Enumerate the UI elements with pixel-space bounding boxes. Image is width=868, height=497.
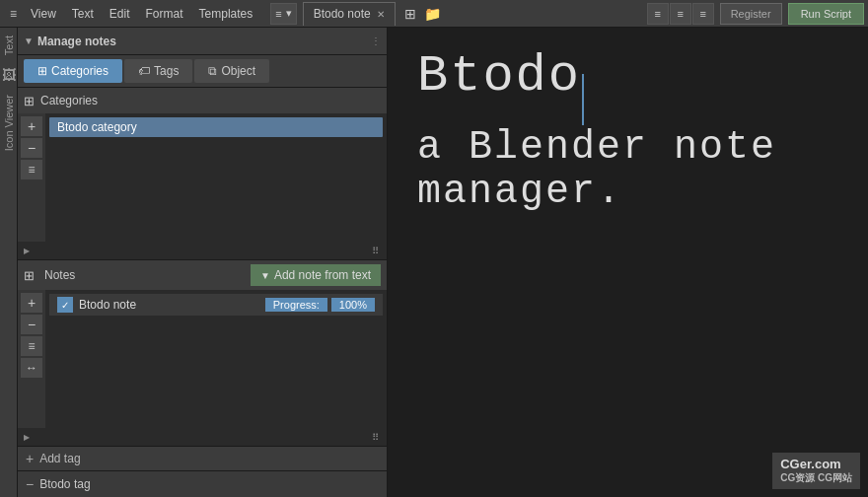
categories-section-header: ⊞ Categories [18,88,387,113]
notes-arrows-icon[interactable]: ↔ [21,358,42,378]
category-item-label: Btodo category [57,120,137,134]
panel-tab-row: ⊞ Categories 🏷 Tags ⧉ Object [18,55,387,88]
format-icons: ≡ ≡ ≡ [647,3,714,25]
notes-remove-button[interactable]: − [21,315,42,334]
categories-options-button[interactable]: ≡ [21,160,42,179]
editor-selector[interactable]: ≡ ▾ [270,3,296,25]
format-icon-1[interactable]: ≡ [647,3,669,25]
text-cursor [582,74,584,125]
run-script-button[interactable]: Run Script [788,3,864,25]
notes-list-icon[interactable]: ≡ [21,336,42,356]
object-tab-label: Object [221,64,255,78]
notes-list-area: + − ≡ ↔ ✓ Btodo note Progress: 100% [18,290,387,428]
categories-list-footer: ▶ ⠿ [18,242,387,259]
categories-section-icon: ⊞ [24,94,35,108]
watermark-line1: CGer.com [780,457,852,471]
add-note-label: Add note from text [274,268,371,282]
watermark: CGer.com CG资源 CG网站 [772,453,860,489]
tab-close-icon[interactable]: ✕ [377,9,385,20]
notes-list[interactable]: ✓ Btodo note Progress: 100% [45,290,387,428]
panel-options-icon[interactable]: ⋮ [371,36,381,46]
side-label-column: Text 🖼 Icon Viewer [0,28,18,497]
left-panel: ▼ Manage notes ⋮ ⊞ Categories 🏷 Tags ⧉ O… [18,28,388,497]
note-checkbox[interactable]: ✓ [57,297,73,313]
tab-categories[interactable]: ⊞ Categories [24,59,122,83]
icon-viewer-label: Icon Viewer [3,87,15,159]
list-item[interactable]: Btodo category [49,117,383,137]
text-editor-content: Btodo a Blender note manager. [388,28,868,497]
text-label: Text [3,28,15,63]
checkbox-check-icon: ✓ [61,300,69,311]
format-icon-3[interactable]: ≡ [692,3,714,25]
side-icon-viewer: 🖼 [2,67,16,83]
right-panel[interactable]: Btodo a Blender note manager. CGer.com C… [388,28,868,497]
notes-section-title: Notes [44,268,75,282]
menu-templates[interactable]: Templates [191,2,261,26]
object-tab-icon: ⧉ [208,64,217,78]
notes-footer-handle-icon[interactable]: ⠿ [372,432,381,443]
menu-format[interactable]: Format [138,2,191,26]
panel-header: ▼ Manage notes ⋮ [18,28,387,55]
categories-side-buttons: + − ≡ [18,113,45,242]
panel-collapse-icon[interactable]: ▼ [24,36,34,46]
add-note-from-text-button[interactable]: ▼ Add note from text [251,264,381,286]
notes-list-footer: ▶ ⠿ [18,428,387,446]
tab-object[interactable]: ⧉ Object [194,59,269,83]
tab-open-icon[interactable]: 📁 [421,4,444,24]
btodo-tag-minus-icon[interactable]: − [26,476,34,492]
add-tag-label: Add tag [39,452,80,465]
tab-new-icon[interactable]: ⊞ [401,4,419,24]
active-tab[interactable]: Btodo note ✕ [303,2,396,26]
categories-tab-icon: ⊞ [37,64,47,78]
menu-text[interactable]: Text [64,2,102,26]
editor-title-line: Btodo [417,47,838,125]
progress-label: Progress: [265,298,327,312]
register-button[interactable]: Register [720,3,782,25]
menu-view[interactable]: View [23,2,64,26]
categories-add-button[interactable]: + [21,116,42,136]
notes-add-button[interactable]: + [21,293,42,313]
notes-side-buttons: + − ≡ ↔ [18,290,45,428]
add-tag-row[interactable]: + Add tag [18,446,387,471]
categories-list-area: + − ≡ Btodo category [18,113,387,242]
footer-arrow-icon: ▶ [24,247,30,255]
categories-section-title: Categories [40,94,98,107]
notes-section: ⊞ Notes ▼ Add note from text + − ≡ ↔ [18,260,387,446]
notes-section-icon: ⊞ [24,268,35,283]
note-item-name: Btodo note [79,298,259,312]
progress-value: 100% [331,298,375,312]
note-progress: Progress: 100% [265,298,375,312]
categories-remove-button[interactable]: − [21,138,42,158]
categories-section: ⊞ Categories + − ≡ Btodo category ▶ ⠿ [18,88,387,260]
format-icon-2[interactable]: ≡ [670,3,691,25]
list-item[interactable]: ✓ Btodo note Progress: 100% [49,294,383,316]
add-tag-plus-icon[interactable]: + [26,451,34,466]
watermark-line2: CG资源 CG网站 [780,471,852,485]
editor-selector-arrow: ▾ [286,7,292,20]
editor-title: Btodo [417,47,581,106]
btodo-tag-label: Btodo tag [39,477,90,491]
categories-tab-label: Categories [51,64,108,78]
categories-list[interactable]: Btodo category [45,113,387,242]
tab-tags[interactable]: 🏷 Tags [124,59,192,83]
panel-title: Manage notes [37,35,371,48]
menu-bar: ≡ View Text Edit Format Templates ≡ ▾ Bt… [0,0,868,28]
add-note-dropdown-arrow: ▼ [260,270,270,281]
menu-edit[interactable]: Edit [102,2,138,26]
notes-footer-arrow-icon: ▶ [24,433,30,442]
tags-tab-icon: 🏷 [138,64,150,78]
blender-menu-icon[interactable]: ≡ [4,2,23,26]
main-content: Text 🖼 Icon Viewer ▼ Manage notes ⋮ ⊞ Ca… [0,28,868,497]
menu-bar-left: ≡ View Text Edit Format Templates [4,2,260,26]
tab-label: Btodo note [314,7,371,21]
tab-area: Btodo note ✕ ⊞ 📁 [303,2,444,26]
editor-selector-icon: ≡ [275,8,281,20]
editor-subtitle: a Blender note manager. [417,125,838,214]
btodo-tag-row: − Btodo tag [18,471,387,497]
tab-action-icons: ⊞ 📁 [401,4,444,24]
tags-tab-label: Tags [154,64,179,78]
notes-section-header: ⊞ Notes ▼ Add note from text [18,260,387,290]
footer-handle-icon[interactable]: ⠿ [372,246,381,256]
